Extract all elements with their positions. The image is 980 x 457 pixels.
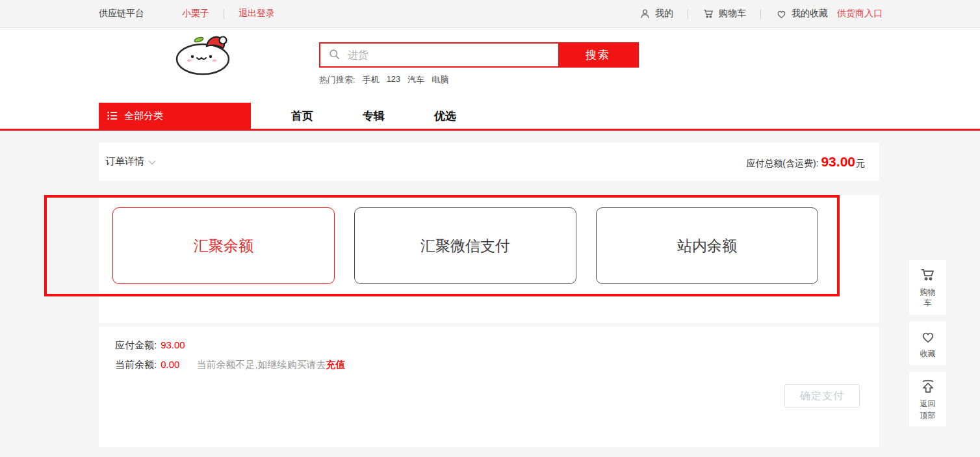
amount-due-value: 93.00 [161,335,185,355]
all-categories-label: 全部分类 [124,110,163,122]
chevron-down-icon [148,159,157,166]
topbar-link-logout[interactable]: 退出登录 [239,8,275,20]
order-total-label: 应付总额(含运费): [746,158,818,170]
float-cart-button[interactable]: 购物车 [909,260,946,315]
topbar-link-favorites[interactable]: 我的收藏 [775,8,828,20]
order-details-dropdown[interactable]: 订单详情 [105,155,157,168]
back-to-top-label: 返回顶部 [919,398,937,421]
order-total: 应付总额(含运费): 93.00 元 [746,154,865,170]
divider [688,9,688,19]
nav-items: 首页 专辑 优选 [266,103,481,129]
topbar-link-username[interactable]: 小栗子 [182,8,209,20]
nav-item-albums[interactable]: 专辑 [338,109,409,124]
topbar-link-my[interactable]: 我的 [639,8,673,20]
hot-search-label: 热门搜索: [319,74,355,86]
all-categories-button[interactable]: 全部分类 [99,103,251,129]
search-button[interactable]: 搜索 [558,44,638,66]
topbar-right: 我的 购物车 我的收藏 供货商入口 [639,8,883,20]
topbar-link-my-label: 我的 [655,8,673,20]
hot-search-item[interactable]: 汽车 [407,74,424,86]
topbar-link-platform[interactable]: 供应链平台 [99,8,144,20]
float-favorites-button[interactable]: 收藏 [909,322,946,365]
list-icon [107,110,118,122]
site-logo[interactable] [162,32,247,76]
topbar-left: 供应链平台 小栗子 退出登录 [99,8,275,20]
heart-icon [775,8,788,20]
hot-search: 热门搜索: 手机 123 汽车 电脑 [319,74,448,86]
heart-icon [920,328,936,345]
payment-methods-row: 汇聚余额 汇聚微信支付 站内余额 [112,207,818,284]
float-sidebar: 购物车 收藏 返回顶部 [909,260,946,426]
order-details-label: 订单详情 [105,155,144,168]
payment-method-huiju-wechat[interactable]: 汇聚微信支付 [354,207,576,284]
search-box: 搜索 [319,42,639,68]
topbar: 供应链平台 小栗子 退出登录 我的 购物车 我的收藏 [0,0,980,28]
payment-method-site-balance[interactable]: 站内余额 [596,207,818,284]
person-icon [639,8,651,20]
hot-search-item[interactable]: 123 [387,74,401,86]
balance-row: 当前余额: 0.00 当前余额不足,如继续购买请去 充值 [115,355,879,374]
order-bar: 订单详情 应付总额(含运费): 93.00 元 [99,142,879,181]
recharge-link[interactable]: 充值 [326,355,346,374]
amount-due-row: 应付金额: 93.00 [115,335,879,355]
confirm-payment-button[interactable]: 确定支付 [784,384,860,408]
payment-methods-panel: 汇聚余额 汇聚微信支付 站内余额 [99,195,879,323]
insufficient-balance-notice: 当前余额不足,如继续购买请去 [196,355,326,374]
current-balance-value: 0.00 [161,355,179,374]
order-total-unit: 元 [856,158,865,170]
divider [760,9,761,19]
cart-icon [703,8,715,20]
payment-info-panel: 应付金额: 93.00 当前余额: 0.00 当前余额不足,如继续购买请去 充值… [99,326,879,447]
amount-due-label: 应付金额: [115,335,157,355]
order-total-value: 93.00 [821,154,855,170]
search-input[interactable] [344,44,558,66]
hot-search-item[interactable]: 电脑 [432,74,448,86]
header: 搜索 热门搜索: 手机 123 汽车 电脑 [0,28,980,103]
nav-item-home[interactable]: 首页 [266,109,338,124]
float-favorites-label: 收藏 [919,348,937,359]
nav-item-featured[interactable]: 优选 [409,109,481,124]
search-icon [328,48,341,61]
topbar-link-cart-label: 购物车 [719,8,746,20]
back-to-top-button[interactable]: 返回顶部 [909,372,946,426]
back-to-top-icon [920,378,936,395]
divider [224,9,224,19]
current-balance-label: 当前余额: [115,355,157,374]
topbar-link-favorites-label: 我的收藏 [792,8,828,20]
cart-icon [920,267,936,283]
main-nav: 全部分类 首页 专辑 优选 [0,103,980,129]
topbar-link-supplier-entry[interactable]: 供货商入口 [837,8,883,20]
topbar-link-cart[interactable]: 购物车 [703,8,746,20]
main-content: 订单详情 应付总额(含运费): 93.00 元 汇聚余额 汇聚微信支付 站内余额… [0,131,980,457]
payment-method-huiju-balance[interactable]: 汇聚余额 [112,207,335,284]
float-cart-label: 购物车 [919,287,937,309]
hot-search-item[interactable]: 手机 [363,74,380,86]
